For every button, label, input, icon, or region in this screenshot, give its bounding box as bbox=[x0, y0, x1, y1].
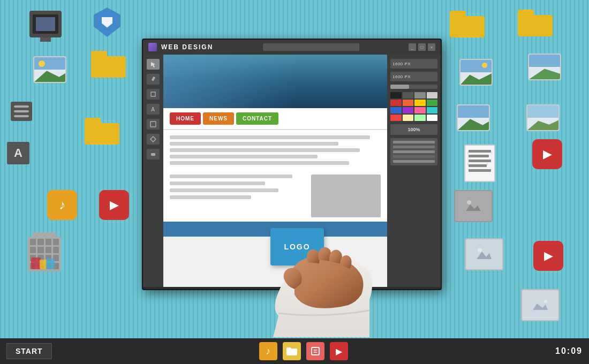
color-gray[interactable] bbox=[414, 92, 426, 98]
taskbar: START ♪ ▶ 10:09 bbox=[0, 338, 589, 364]
text-tool[interactable]: A bbox=[147, 104, 160, 115]
color-blue[interactable] bbox=[390, 107, 402, 113]
pic-shape-tr7 bbox=[521, 289, 560, 321]
music-icon[interactable]: ♪ bbox=[47, 190, 77, 220]
hamburger-icon[interactable] bbox=[11, 102, 32, 121]
shape-tool[interactable] bbox=[147, 119, 160, 130]
play-shape-right: ▶ bbox=[532, 139, 562, 169]
nav-home-button[interactable]: HOME bbox=[170, 112, 201, 125]
folder-shape-2 bbox=[85, 118, 119, 145]
minimize-button[interactable]: _ bbox=[409, 43, 416, 51]
svg-marker-11 bbox=[150, 136, 156, 142]
panel-zoom[interactable]: 100% bbox=[390, 124, 437, 135]
taskbar-music-icon[interactable]: ♪ bbox=[259, 342, 277, 360]
document-icon-right[interactable] bbox=[464, 145, 495, 182]
svg-rect-4 bbox=[531, 297, 550, 313]
color-red[interactable] bbox=[390, 100, 402, 106]
pic-blue-gray-shape bbox=[465, 238, 503, 270]
site-header bbox=[163, 55, 387, 108]
monitor-icon[interactable] bbox=[29, 11, 62, 37]
color-lgreen[interactable] bbox=[414, 115, 426, 121]
color-purple[interactable] bbox=[403, 107, 414, 113]
folder-yellow-tr2[interactable] bbox=[518, 10, 553, 36]
maximize-button[interactable]: □ bbox=[418, 43, 426, 51]
trash-icon[interactable] bbox=[28, 236, 61, 271]
start-button[interactable]: START bbox=[6, 343, 52, 359]
picture-tr4[interactable] bbox=[526, 104, 560, 131]
content-line-4 bbox=[170, 155, 318, 158]
taskbar-icons: ♪ ▶ bbox=[259, 342, 348, 360]
color-orange[interactable] bbox=[403, 100, 414, 106]
lower-line-2 bbox=[170, 181, 265, 185]
color-green[interactable] bbox=[427, 100, 438, 106]
panel-width-text: 1600 PX bbox=[392, 62, 411, 66]
play-shape-red: ▶ bbox=[99, 190, 129, 220]
svg-point-3 bbox=[478, 248, 482, 252]
doc-shape bbox=[464, 145, 495, 182]
window-controls: _ □ × bbox=[409, 43, 435, 51]
close-button[interactable]: × bbox=[428, 43, 435, 51]
picture-tr3[interactable] bbox=[457, 104, 490, 131]
picture-icon-tl[interactable] bbox=[33, 56, 66, 83]
panel-height-text: 1600 PX bbox=[392, 74, 411, 79]
folder-yellow-tr1[interactable] bbox=[450, 11, 485, 37]
content-line-1 bbox=[170, 135, 370, 139]
lower-line-3 bbox=[170, 188, 278, 192]
content-line-5 bbox=[170, 161, 349, 165]
content-lines bbox=[170, 135, 381, 165]
nav-contact-button[interactable]: CONTACT bbox=[236, 112, 278, 125]
picture-tr6[interactable] bbox=[465, 238, 503, 270]
color-teal[interactable] bbox=[427, 107, 438, 113]
color-red2[interactable] bbox=[390, 115, 402, 121]
window-searchbar[interactable] bbox=[263, 43, 359, 51]
text-tool-icon[interactable]: A bbox=[7, 142, 29, 164]
eraser-tool[interactable] bbox=[147, 149, 160, 160]
taskbar-note-icon[interactable] bbox=[306, 342, 324, 360]
panel-width-field[interactable]: 1600 PX bbox=[390, 59, 437, 69]
color-pink[interactable] bbox=[414, 107, 426, 113]
color-dgray[interactable] bbox=[403, 92, 414, 98]
text-shape: A bbox=[7, 142, 29, 164]
color-black[interactable] bbox=[390, 92, 402, 98]
play-icon-right[interactable]: ▶ bbox=[532, 139, 562, 169]
pencil-tool[interactable] bbox=[147, 74, 160, 85]
site-image-placeholder bbox=[311, 175, 381, 217]
taskbar-play-icon[interactable]: ▶ bbox=[330, 342, 348, 360]
svg-point-1 bbox=[467, 200, 471, 204]
panel-height-field[interactable]: 1600 PX bbox=[390, 72, 437, 81]
svg-rect-0 bbox=[464, 198, 483, 214]
color-yellow[interactable] bbox=[414, 100, 426, 106]
cursor-tool[interactable] bbox=[147, 59, 160, 70]
folder-shape bbox=[91, 51, 126, 78]
picture-tr1[interactable] bbox=[459, 59, 493, 86]
pic-gray-shape bbox=[454, 190, 493, 222]
diamond-tool[interactable] bbox=[147, 134, 160, 145]
folder-yellow-2[interactable] bbox=[85, 118, 119, 145]
shield-desktop-icon[interactable] bbox=[94, 7, 120, 37]
play-icon-r2[interactable]: ▶ bbox=[533, 241, 563, 271]
site-header-overlay bbox=[163, 55, 298, 108]
picture-tr5[interactable] bbox=[454, 190, 493, 222]
picture-tr2[interactable] bbox=[528, 54, 561, 80]
monitor-shape bbox=[29, 11, 62, 37]
nav-news-button[interactable]: NEWS bbox=[203, 112, 234, 125]
panel-stripe-3 bbox=[393, 150, 435, 153]
folder-yellow-1[interactable] bbox=[91, 51, 126, 78]
color-lyellow[interactable] bbox=[403, 115, 414, 121]
picture-tr7[interactable] bbox=[521, 289, 560, 321]
rect-tool[interactable] bbox=[147, 89, 160, 100]
panel-stripes-block bbox=[390, 138, 437, 165]
right-panel: 1600 PX 1600 PX bbox=[387, 55, 441, 287]
color-palette bbox=[390, 92, 437, 121]
folder-shape-tr2 bbox=[518, 10, 553, 36]
play-red-icon[interactable]: ▶ bbox=[99, 190, 129, 220]
music-shape: ♪ bbox=[47, 190, 77, 220]
taskbar-folder-icon[interactable] bbox=[283, 342, 301, 360]
hamburger-shape bbox=[11, 102, 32, 121]
lower-line-1 bbox=[170, 175, 292, 178]
scroll-indicator bbox=[390, 85, 437, 89]
color-lgray[interactable] bbox=[427, 92, 438, 98]
color-white[interactable] bbox=[427, 115, 438, 121]
clock: 10:09 bbox=[555, 346, 583, 356]
play-shape-r2: ▶ bbox=[533, 241, 563, 271]
